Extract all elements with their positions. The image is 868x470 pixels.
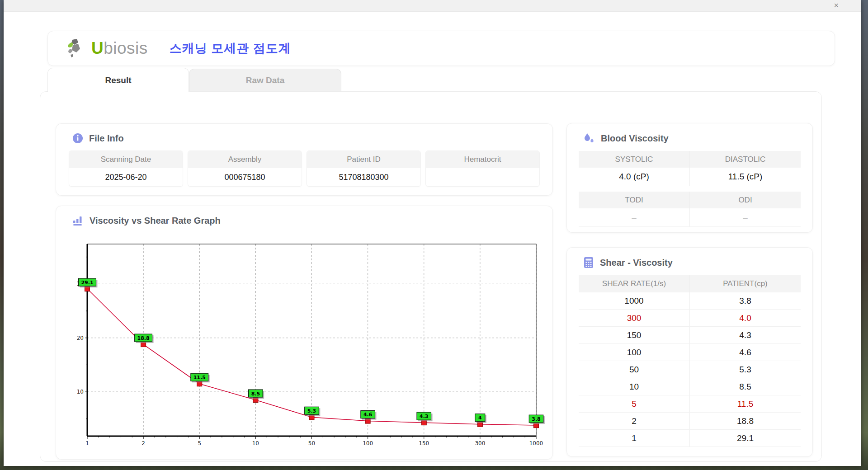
bv-value-odi: – (690, 208, 801, 226)
svg-text:3.8: 3.8 (532, 416, 541, 422)
file-info-fields: Scanning Date2025-06-20Assembly000675180… (56, 144, 552, 187)
field-value: 2025-06-20 (69, 168, 183, 186)
shear-viscosity-card: Shear - Viscosity SHEAR RATE(1/s)PATIENT… (566, 247, 813, 457)
svg-text:2: 2 (142, 440, 145, 446)
graph-title: Viscosity vs Shear Rate Graph (56, 206, 552, 226)
info-icon (72, 133, 83, 144)
patient-viscosity-value: 4.0 (690, 310, 801, 326)
patient-viscosity-value: 5.3 (690, 361, 801, 378)
close-icon[interactable]: × (830, 0, 842, 12)
shear-rate-value: 100 (579, 344, 690, 361)
blood-viscosity-title: Blood Viscosity (567, 123, 812, 144)
file-info-card: File Info Scanning Date2025-06-20Assembl… (56, 123, 553, 196)
bv-value-todi: – (579, 208, 690, 226)
shear-rate-value: 50 (579, 361, 690, 378)
svg-text:50: 50 (308, 440, 315, 446)
tab-raw-data[interactable]: Raw Data (189, 69, 341, 91)
svg-text:150: 150 (419, 440, 429, 446)
blood-viscosity-title-text: Blood Viscosity (601, 133, 669, 144)
patient-viscosity-value: 3.8 (690, 292, 801, 309)
file-info-title-text: File Info (89, 133, 124, 144)
shear-row-5: 511.5 (579, 395, 801, 413)
bv-header-diastolic: DIASTOLIC (690, 151, 801, 168)
svg-text:10: 10 (77, 389, 84, 395)
shear-viscosity-title: Shear - Viscosity (567, 248, 812, 268)
svg-text:1: 1 (85, 440, 89, 446)
bv-header-systolic: SYSTOLIC (579, 151, 690, 168)
shear-row-10: 108.5 (579, 378, 801, 395)
shear-viscosity-table: SHEAR RATE(1/s)PATIENT(cp)10003.83004.01… (579, 275, 801, 447)
svg-text:4: 4 (478, 415, 482, 421)
graph-title-text: Viscosity vs Shear Rate Graph (90, 216, 221, 226)
svg-text:8.5: 8.5 (251, 391, 260, 397)
shear-row-100: 1004.6 (579, 344, 801, 361)
logo-leaf-icon (66, 38, 90, 59)
shear-row-1000: 10003.8 (579, 292, 801, 310)
window-titlebar: × (4, 0, 861, 12)
calculator-icon (583, 257, 594, 268)
field-value: 51708180300 (307, 168, 420, 186)
shear-row-1: 129.1 (579, 430, 801, 447)
shear-rate-value: 10 (579, 378, 690, 395)
viscosity-graph-card: Viscosity vs Shear Rate Graph 1020301251… (56, 206, 553, 460)
bv-value-systolic: 4.0 (cP) (579, 168, 690, 186)
svg-text:4.6: 4.6 (363, 412, 373, 418)
ubiosis-logo: Ubiosis (66, 38, 148, 59)
app-title: 스캐닝 모세관 점도계 (170, 40, 291, 56)
bv-header-odi: ODI (690, 192, 801, 208)
sv-column-header: PATIENT(cp) (690, 275, 801, 292)
svg-text:29.1: 29.1 (81, 280, 93, 286)
blood-drops-icon (583, 132, 595, 144)
field-label: Assembly (188, 151, 302, 168)
shear-rate-value: 150 (579, 327, 690, 343)
file-field-assembly: Assembly000675180 (188, 150, 302, 187)
shear-row-50: 505.3 (579, 361, 801, 378)
shear-rate-value: 5 (579, 395, 690, 412)
shear-row-2: 218.8 (579, 413, 801, 430)
file-info-title: File Info (56, 124, 552, 144)
patient-viscosity-value: 11.5 (690, 395, 801, 412)
patient-viscosity-value: 18.8 (690, 413, 801, 429)
tab-result[interactable]: Result (47, 68, 189, 92)
svg-text:5.3: 5.3 (307, 408, 316, 414)
field-label: Scanning Date (69, 151, 183, 168)
file-field-scanning-date: Scanning Date2025-06-20 (69, 150, 183, 187)
patient-viscosity-value: 4.6 (690, 344, 801, 361)
app-header: Ubiosis 스캐닝 모세관 점도계 (47, 31, 835, 66)
bv-header-todi: TODI (579, 192, 690, 208)
svg-text:1000: 1000 (529, 440, 543, 446)
svg-text:18.8: 18.8 (137, 335, 150, 341)
blood-viscosity-table: SYSTOLICDIASTOLIC4.0 (cP)11.5 (cP)TODIOD… (579, 151, 801, 227)
bar-chart-icon (72, 215, 84, 226)
bv-value-diastolic: 11.5 (cP) (690, 168, 801, 186)
field-label: Hematocrit (426, 151, 539, 168)
field-value: 000675180 (188, 168, 302, 186)
patient-viscosity-value: 4.3 (690, 327, 801, 343)
field-label: Patient ID (307, 151, 420, 168)
svg-text:11.5: 11.5 (193, 375, 206, 381)
shear-rate-value: 1 (579, 430, 690, 446)
svg-text:20: 20 (77, 335, 84, 341)
shear-row-300: 3004.0 (579, 310, 801, 327)
field-value (426, 168, 539, 186)
shear-rate-value: 2 (579, 413, 690, 429)
svg-text:4.3: 4.3 (420, 414, 429, 419)
file-field-patient-id: Patient ID51708180300 (307, 150, 421, 187)
svg-text:10: 10 (252, 440, 259, 446)
svg-text:100: 100 (363, 440, 373, 446)
patient-viscosity-value: 29.1 (690, 430, 801, 446)
sv-column-header: SHEAR RATE(1/s) (579, 275, 690, 292)
shear-viscosity-title-text: Shear - Viscosity (600, 258, 673, 268)
svg-text:5: 5 (198, 440, 201, 446)
viscosity-chart: 1020301251050100150300100029.118.811.58.… (56, 234, 553, 460)
shear-rate-value: 300 (579, 310, 690, 326)
svg-text:300: 300 (475, 440, 485, 446)
shear-rate-value: 1000 (579, 292, 690, 309)
patient-viscosity-value: 8.5 (690, 378, 801, 395)
shear-row-150: 1504.3 (579, 327, 801, 344)
logo-text: Ubiosis (91, 39, 148, 58)
blood-viscosity-card: Blood Viscosity SYSTOLICDIASTOLIC4.0 (cP… (566, 123, 813, 233)
file-field-hematocrit: Hematocrit (425, 150, 540, 187)
